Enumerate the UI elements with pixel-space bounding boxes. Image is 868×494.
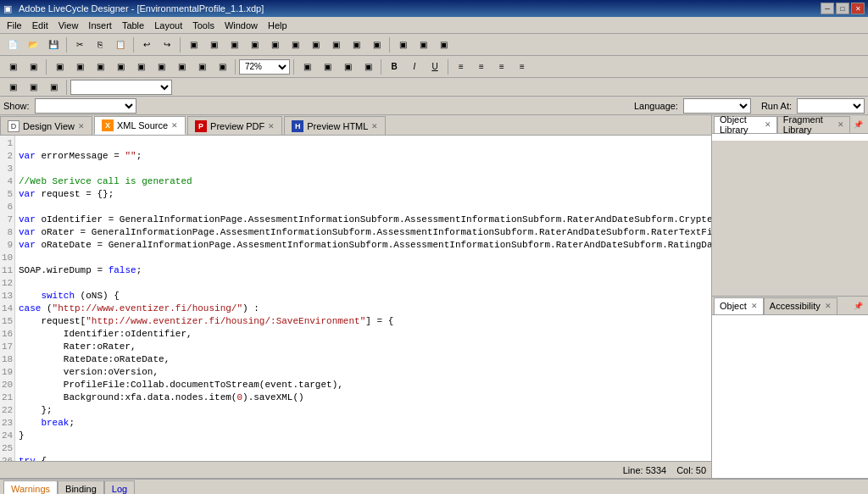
tb2-btn-15[interactable]: ▣	[359, 58, 377, 75]
tb2-btn-5[interactable]: ▣	[91, 58, 109, 75]
tb-btn-14[interactable]: ▣	[367, 36, 386, 53]
tab-design-view[interactable]: D Design View ✕	[0, 116, 92, 135]
tb3-btn-2[interactable]: ▣	[24, 79, 42, 96]
tab-log[interactable]: Log	[104, 480, 135, 495]
open-button[interactable]: 📂	[24, 36, 42, 53]
tb2-btn-18[interactable]: ≡	[492, 58, 511, 75]
pin-icon[interactable]: 📌	[850, 120, 866, 129]
menu-window[interactable]: Window	[220, 19, 263, 32]
zoom-select[interactable]: 72% 50% 100% 150%	[239, 59, 290, 75]
tab-binding[interactable]: Binding	[58, 480, 104, 495]
menu-insert[interactable]: Insert	[83, 19, 117, 32]
tab-design-close[interactable]: ✕	[78, 122, 85, 130]
line-indicator: Line: 5334	[623, 465, 666, 475]
fragment-library-label: Fragment Library	[783, 114, 833, 135]
maximize-button[interactable]: □	[836, 3, 849, 14]
tab-pdf-label: Preview PDF	[210, 121, 264, 131]
menu-tools[interactable]: Tools	[187, 19, 220, 32]
tb2-btn-6[interactable]: ▣	[111, 58, 130, 75]
tab-html-close[interactable]: ✕	[371, 122, 378, 130]
tb2-btn-4[interactable]: ▣	[70, 58, 89, 75]
pin-icon-bottom[interactable]: 📌	[850, 302, 866, 310]
field-combo[interactable]	[70, 80, 172, 95]
tb-btn-5[interactable]: ▣	[184, 36, 203, 53]
tb3-btn-3[interactable]: ▣	[44, 79, 63, 96]
object-close[interactable]: ✕	[751, 302, 758, 310]
menu-help[interactable]: Help	[263, 19, 292, 32]
tb2-btn-16[interactable]: ≡	[452, 58, 470, 75]
separator-4	[389, 37, 390, 53]
tb2-btn-11[interactable]: ▣	[213, 58, 231, 75]
sep-t3	[66, 80, 67, 95]
tb2-btn-13[interactable]: ▣	[318, 58, 337, 75]
tb2-btn-8[interactable]: ▣	[152, 58, 170, 75]
tb-btn-8[interactable]: ▣	[245, 36, 264, 53]
bottom-tab-bar: Warnings Binding Log	[0, 480, 868, 494]
tb2-btn-3[interactable]: ▣	[50, 58, 69, 75]
tb2-btn-9[interactable]: ▣	[172, 58, 191, 75]
underline-button[interactable]: U	[426, 58, 444, 75]
tab-fragment-library[interactable]: Fragment Library ✕	[777, 116, 850, 133]
tab-object-library[interactable]: Object Library ✕	[714, 116, 777, 133]
undo-button[interactable]: ↩	[137, 36, 156, 53]
tab-accessibility[interactable]: Accessibility ✕	[764, 297, 837, 314]
tab-pdf-close[interactable]: ✕	[268, 122, 275, 130]
menu-table[interactable]: Table	[117, 19, 149, 32]
menu-edit[interactable]: Edit	[27, 19, 53, 32]
editor-area: D Design View ✕ X XML Source ✕ P Preview…	[0, 115, 711, 478]
tb2-btn-19[interactable]: ≡	[513, 58, 531, 75]
tb2-btn-1[interactable]: ▣	[3, 58, 22, 75]
tb-btn-13[interactable]: ▣	[347, 36, 365, 53]
save-button[interactable]: 💾	[44, 36, 63, 53]
redo-button[interactable]: ↪	[158, 36, 176, 53]
new-button[interactable]: 📄	[3, 36, 22, 53]
language-select[interactable]	[683, 98, 751, 114]
tb-btn-17[interactable]: ▣	[434, 36, 453, 53]
right-panel: Object Library ✕ Fragment Library ✕ 📌 Ob…	[711, 115, 868, 478]
tb2-btn-17[interactable]: ≡	[472, 58, 491, 75]
paste-button[interactable]: 📋	[111, 36, 130, 53]
tab-preview-html[interactable]: H Preview HTML ✕	[284, 116, 386, 135]
tab-warnings[interactable]: Warnings	[3, 480, 58, 495]
accessibility-close[interactable]: ✕	[825, 302, 832, 310]
code-editor[interactable]: var errorMessage = ""; //Web Serivce cal…	[15, 136, 711, 461]
tb2-btn-12[interactable]: ▣	[298, 58, 316, 75]
italic-button[interactable]: I	[405, 58, 424, 75]
tb-btn-12[interactable]: ▣	[326, 36, 345, 53]
xml-source-icon: X	[102, 119, 114, 131]
tb2-btn-14[interactable]: ▣	[338, 58, 357, 75]
menu-view[interactable]: View	[53, 19, 84, 32]
menu-file[interactable]: File	[2, 19, 27, 32]
fragment-library-close[interactable]: ✕	[837, 120, 844, 129]
bold-button[interactable]: B	[385, 58, 403, 75]
tb-btn-16[interactable]: ▣	[414, 36, 432, 53]
copy-button[interactable]: ⎘	[91, 36, 109, 53]
cut-button[interactable]: ✂	[70, 36, 89, 53]
show-select[interactable]	[35, 98, 136, 114]
tab-xml-source[interactable]: X XML Source ✕	[94, 116, 186, 135]
tb-btn-11[interactable]: ▣	[306, 36, 325, 53]
tb3-btn-1[interactable]: ▣	[3, 79, 22, 96]
tb2-btn-2[interactable]: ▣	[24, 58, 42, 75]
tb-btn-15[interactable]: ▣	[393, 36, 412, 53]
tb-btn-10[interactable]: ▣	[286, 36, 304, 53]
accessibility-label: Accessibility	[770, 301, 821, 311]
menu-layout[interactable]: Layout	[149, 19, 187, 32]
window-controls: ─ □ ✕	[821, 3, 865, 14]
tb2-btn-7[interactable]: ▣	[131, 58, 150, 75]
close-button[interactable]: ✕	[851, 3, 865, 14]
tab-preview-pdf[interactable]: P Preview PDF ✕	[187, 116, 282, 135]
tab-object[interactable]: Object ✕	[714, 297, 764, 314]
runat-select[interactable]	[797, 98, 865, 114]
tab-html-label: Preview HTML	[307, 121, 368, 131]
minimize-button[interactable]: ─	[821, 3, 834, 14]
menu-bar: File Edit View Insert Table Layout Tools…	[0, 17, 868, 34]
tab-xml-close[interactable]: ✕	[171, 121, 178, 130]
tb-btn-6[interactable]: ▣	[204, 36, 223, 53]
tb-btn-9[interactable]: ▣	[265, 36, 284, 53]
right-panel-top: Object Library ✕ Fragment Library ✕ 📌	[712, 115, 868, 297]
object-library-close[interactable]: ✕	[765, 120, 771, 129]
object-panel-content	[712, 315, 868, 478]
tb2-btn-10[interactable]: ▣	[192, 58, 211, 75]
tb-btn-7[interactable]: ▣	[225, 36, 243, 53]
